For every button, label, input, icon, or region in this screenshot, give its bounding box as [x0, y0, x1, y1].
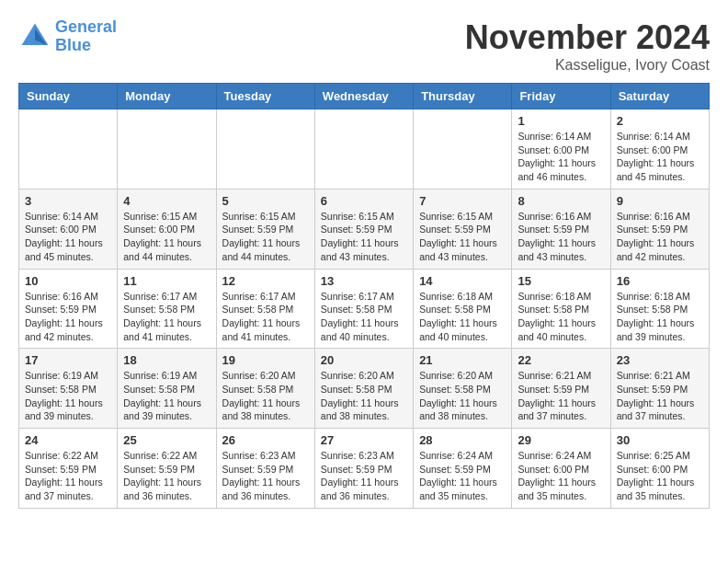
day-number: 13 — [321, 274, 407, 288]
day-info: Sunrise: 6:16 AM Sunset: 5:59 PM Dayligh… — [25, 290, 111, 344]
day-info: Sunrise: 6:20 AM Sunset: 5:58 PM Dayligh… — [222, 369, 309, 423]
page-header: General Blue November 2024 Kasseligue, I… — [18, 18, 710, 74]
day-number: 4 — [123, 194, 210, 208]
day-number: 24 — [25, 433, 111, 447]
logo: General Blue — [18, 18, 117, 55]
calendar-cell: 20Sunrise: 6:20 AM Sunset: 5:58 PM Dayli… — [314, 349, 413, 429]
calendar-cell: 7Sunrise: 6:15 AM Sunset: 5:59 PM Daylig… — [414, 189, 512, 269]
day-number: 14 — [419, 274, 506, 288]
calendar: SundayMondayTuesdayWednesdayThursdayFrid… — [18, 83, 710, 509]
location: Kasseligue, Ivory Coast — [465, 57, 710, 74]
day-number: 26 — [222, 433, 309, 447]
calendar-cell: 29Sunrise: 6:24 AM Sunset: 6:00 PM Dayli… — [512, 429, 610, 509]
day-info: Sunrise: 6:16 AM Sunset: 5:59 PM Dayligh… — [617, 210, 703, 264]
day-number: 21 — [419, 353, 506, 367]
day-info: Sunrise: 6:14 AM Sunset: 6:00 PM Dayligh… — [617, 130, 703, 184]
calendar-cell: 13Sunrise: 6:17 AM Sunset: 5:58 PM Dayli… — [314, 269, 413, 349]
calendar-cell: 12Sunrise: 6:17 AM Sunset: 5:58 PM Dayli… — [216, 269, 314, 349]
calendar-cell: 15Sunrise: 6:18 AM Sunset: 5:58 PM Dayli… — [512, 269, 610, 349]
day-number: 3 — [25, 194, 111, 208]
day-info: Sunrise: 6:23 AM Sunset: 5:59 PM Dayligh… — [222, 449, 309, 503]
day-info: Sunrise: 6:25 AM Sunset: 6:00 PM Dayligh… — [617, 449, 703, 503]
calendar-cell: 11Sunrise: 6:17 AM Sunset: 5:58 PM Dayli… — [118, 269, 216, 349]
title-block: November 2024 Kasseligue, Ivory Coast — [465, 18, 710, 74]
calendar-cell: 14Sunrise: 6:18 AM Sunset: 5:58 PM Dayli… — [414, 269, 512, 349]
day-info: Sunrise: 6:15 AM Sunset: 6:00 PM Dayligh… — [123, 210, 210, 264]
calendar-cell: 27Sunrise: 6:23 AM Sunset: 5:59 PM Dayli… — [314, 429, 413, 509]
day-number: 12 — [222, 274, 309, 288]
day-number: 23 — [617, 353, 703, 367]
day-info: Sunrise: 6:20 AM Sunset: 5:58 PM Dayligh… — [419, 369, 506, 423]
weekday-header: Wednesday — [314, 84, 413, 109]
calendar-cell: 24Sunrise: 6:22 AM Sunset: 5:59 PM Dayli… — [19, 429, 118, 509]
day-info: Sunrise: 6:19 AM Sunset: 5:58 PM Dayligh… — [123, 369, 210, 423]
day-info: Sunrise: 6:16 AM Sunset: 5:59 PM Dayligh… — [518, 210, 604, 264]
day-number: 18 — [123, 353, 210, 367]
day-number: 22 — [518, 353, 604, 367]
weekday-header: Saturday — [610, 84, 709, 109]
day-info: Sunrise: 6:17 AM Sunset: 5:58 PM Dayligh… — [123, 290, 210, 344]
weekday-header-row: SundayMondayTuesdayWednesdayThursdayFrid… — [19, 84, 710, 109]
calendar-week-row: 24Sunrise: 6:22 AM Sunset: 5:59 PM Dayli… — [19, 429, 710, 509]
logo-icon — [18, 20, 51, 53]
day-info: Sunrise: 6:22 AM Sunset: 5:59 PM Dayligh… — [123, 449, 210, 503]
calendar-cell: 3Sunrise: 6:14 AM Sunset: 6:00 PM Daylig… — [19, 189, 118, 269]
day-info: Sunrise: 6:17 AM Sunset: 5:58 PM Dayligh… — [222, 290, 309, 344]
day-info: Sunrise: 6:14 AM Sunset: 6:00 PM Dayligh… — [518, 130, 604, 184]
day-number: 9 — [617, 194, 703, 208]
day-number: 25 — [123, 433, 210, 447]
day-number: 11 — [123, 274, 210, 288]
day-number: 8 — [518, 194, 604, 208]
calendar-cell: 4Sunrise: 6:15 AM Sunset: 6:00 PM Daylig… — [118, 189, 216, 269]
day-number: 10 — [25, 274, 111, 288]
day-info: Sunrise: 6:14 AM Sunset: 6:00 PM Dayligh… — [25, 210, 111, 264]
calendar-cell: 18Sunrise: 6:19 AM Sunset: 5:58 PM Dayli… — [118, 349, 216, 429]
day-info: Sunrise: 6:24 AM Sunset: 6:00 PM Dayligh… — [518, 449, 604, 503]
day-info: Sunrise: 6:18 AM Sunset: 5:58 PM Dayligh… — [419, 290, 506, 344]
calendar-cell: 2Sunrise: 6:14 AM Sunset: 6:00 PM Daylig… — [610, 109, 709, 190]
day-info: Sunrise: 6:21 AM Sunset: 5:59 PM Dayligh… — [617, 369, 703, 423]
day-number: 16 — [617, 274, 703, 288]
day-info: Sunrise: 6:15 AM Sunset: 5:59 PM Dayligh… — [222, 210, 309, 264]
day-info: Sunrise: 6:24 AM Sunset: 5:59 PM Dayligh… — [419, 449, 506, 503]
day-info: Sunrise: 6:21 AM Sunset: 5:59 PM Dayligh… — [518, 369, 604, 423]
calendar-cell: 1Sunrise: 6:14 AM Sunset: 6:00 PM Daylig… — [512, 109, 610, 190]
month-title: November 2024 — [465, 18, 710, 57]
calendar-week-row: 3Sunrise: 6:14 AM Sunset: 6:00 PM Daylig… — [19, 189, 710, 269]
calendar-cell — [216, 109, 314, 190]
day-number: 15 — [518, 274, 604, 288]
day-info: Sunrise: 6:22 AM Sunset: 5:59 PM Dayligh… — [25, 449, 111, 503]
calendar-cell: 30Sunrise: 6:25 AM Sunset: 6:00 PM Dayli… — [610, 429, 709, 509]
calendar-week-row: 10Sunrise: 6:16 AM Sunset: 5:59 PM Dayli… — [19, 269, 710, 349]
calendar-cell: 19Sunrise: 6:20 AM Sunset: 5:58 PM Dayli… — [216, 349, 314, 429]
day-info: Sunrise: 6:18 AM Sunset: 5:58 PM Dayligh… — [518, 290, 604, 344]
calendar-cell — [19, 109, 118, 190]
day-info: Sunrise: 6:18 AM Sunset: 5:58 PM Dayligh… — [617, 290, 703, 344]
day-number: 28 — [419, 433, 506, 447]
day-info: Sunrise: 6:15 AM Sunset: 5:59 PM Dayligh… — [321, 210, 407, 264]
weekday-header: Monday — [118, 84, 216, 109]
calendar-week-row: 17Sunrise: 6:19 AM Sunset: 5:58 PM Dayli… — [19, 349, 710, 429]
day-number: 17 — [25, 353, 111, 367]
calendar-cell: 25Sunrise: 6:22 AM Sunset: 5:59 PM Dayli… — [118, 429, 216, 509]
day-number: 6 — [321, 194, 407, 208]
weekday-header: Tuesday — [216, 84, 314, 109]
day-info: Sunrise: 6:23 AM Sunset: 5:59 PM Dayligh… — [321, 449, 407, 503]
calendar-cell — [314, 109, 413, 190]
day-number: 20 — [321, 353, 407, 367]
calendar-cell: 28Sunrise: 6:24 AM Sunset: 5:59 PM Dayli… — [414, 429, 512, 509]
day-info: Sunrise: 6:19 AM Sunset: 5:58 PM Dayligh… — [25, 369, 111, 423]
day-number: 7 — [419, 194, 506, 208]
calendar-cell: 6Sunrise: 6:15 AM Sunset: 5:59 PM Daylig… — [314, 189, 413, 269]
calendar-cell: 8Sunrise: 6:16 AM Sunset: 5:59 PM Daylig… — [512, 189, 610, 269]
weekday-header: Sunday — [19, 84, 118, 109]
calendar-cell — [414, 109, 512, 190]
day-info: Sunrise: 6:20 AM Sunset: 5:58 PM Dayligh… — [321, 369, 407, 423]
calendar-week-row: 1Sunrise: 6:14 AM Sunset: 6:00 PM Daylig… — [19, 109, 710, 190]
calendar-cell: 23Sunrise: 6:21 AM Sunset: 5:59 PM Dayli… — [610, 349, 709, 429]
calendar-cell: 16Sunrise: 6:18 AM Sunset: 5:58 PM Dayli… — [610, 269, 709, 349]
calendar-cell: 9Sunrise: 6:16 AM Sunset: 5:59 PM Daylig… — [610, 189, 709, 269]
calendar-cell: 10Sunrise: 6:16 AM Sunset: 5:59 PM Dayli… — [19, 269, 118, 349]
logo-text: General Blue — [55, 18, 117, 55]
calendar-cell: 5Sunrise: 6:15 AM Sunset: 5:59 PM Daylig… — [216, 189, 314, 269]
